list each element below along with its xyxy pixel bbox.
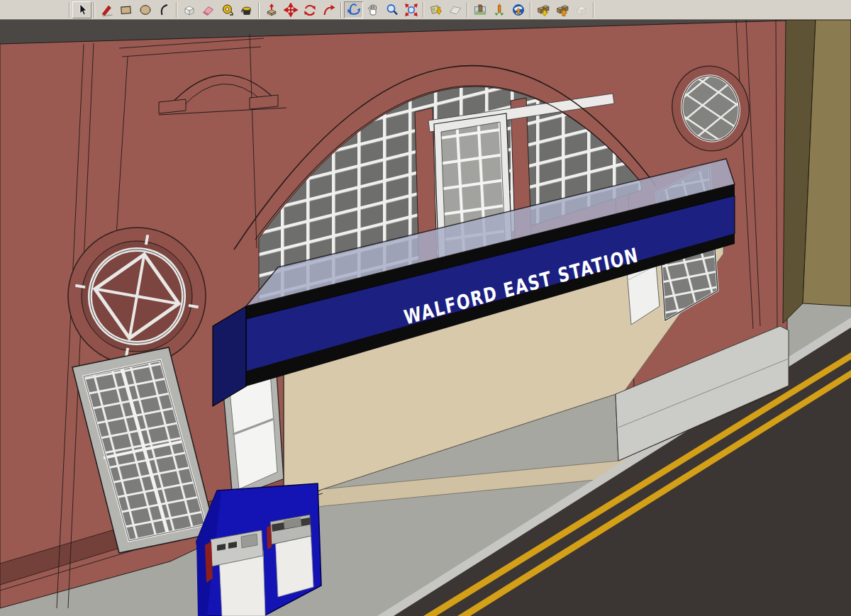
- component-box-icon: [182, 3, 196, 17]
- rectangle-icon: [119, 3, 133, 17]
- toolbar-empty-area: [0, 0, 67, 19]
- boxes-upload-icon: [555, 3, 569, 17]
- line-tool-button[interactable]: [97, 1, 116, 18]
- get-current-view-button[interactable]: [426, 1, 445, 18]
- toggle-terrain-button[interactable]: [445, 1, 465, 18]
- toolbar-separator: [467, 2, 468, 18]
- select-tool-button[interactable]: [72, 1, 91, 18]
- tape-measure-button[interactable]: [218, 1, 237, 18]
- get-models-button[interactable]: [533, 1, 552, 18]
- building-photo-icon: [473, 3, 487, 17]
- circle-tool-button[interactable]: [135, 1, 155, 18]
- toolbar-separator: [423, 2, 424, 18]
- toolbar-separator: [340, 2, 342, 18]
- pencil-icon: [100, 3, 114, 17]
- rotate-arrows-icon: [303, 3, 317, 17]
- orbit-icon: [347, 3, 361, 17]
- boxes-download-icon: [536, 3, 550, 17]
- move-arrows-icon: [284, 3, 298, 17]
- toolbar-separator: [94, 2, 95, 18]
- pale-box-icon: [574, 3, 589, 17]
- paint-bucket-icon: [240, 3, 254, 17]
- toolbar: [0, 0, 851, 20]
- zoom-extents-button[interactable]: [401, 1, 421, 18]
- select-icon: [75, 3, 89, 17]
- toolbar-separator: [176, 2, 177, 18]
- eraser-icon: [201, 3, 216, 17]
- zoom-tool-button[interactable]: [382, 1, 401, 18]
- preview-in-google-earth-button[interactable]: [508, 1, 528, 18]
- circle-icon: [138, 3, 152, 17]
- eraser-tool-button[interactable]: [199, 1, 218, 18]
- crayon-icon: [492, 3, 506, 17]
- arc-tool-button[interactable]: [155, 1, 174, 18]
- toolbar-separator: [258, 2, 260, 18]
- follow-me-icon: [322, 3, 336, 17]
- pan-tool-button[interactable]: [363, 1, 382, 18]
- toolbar-grip: [69, 2, 70, 18]
- toolbar-separator: [593, 2, 594, 18]
- rectangle-tool-button[interactable]: [116, 1, 135, 18]
- side-building: [783, 20, 851, 323]
- arc-icon: [157, 3, 172, 17]
- move-tool-button[interactable]: [281, 1, 300, 18]
- push-pull-icon: [265, 3, 279, 17]
- make-component-button[interactable]: [179, 1, 199, 18]
- tape-measure-icon: [221, 3, 235, 17]
- push-pull-button[interactable]: [262, 1, 281, 18]
- magnifier-extents-icon: [404, 3, 418, 17]
- get-photo-texture-button[interactable]: [489, 1, 508, 18]
- share-model-button[interactable]: [552, 1, 572, 18]
- map-download-icon: [429, 3, 443, 17]
- kiosk-red-stripe: [267, 525, 272, 549]
- follow-me-button[interactable]: [319, 1, 338, 18]
- viewport-3d[interactable]: WALFORD EAST STATION: [0, 20, 851, 616]
- terrain-sheet-icon: [448, 3, 462, 17]
- magnifier-icon: [385, 3, 399, 17]
- globe-upload-icon: [511, 3, 525, 17]
- toolbar-separator: [530, 2, 531, 18]
- rotate-tool-button[interactable]: [300, 1, 319, 18]
- paint-bucket-button[interactable]: [237, 1, 256, 18]
- place-model-button[interactable]: [470, 1, 489, 18]
- hand-icon: [366, 3, 380, 17]
- orbit-tool-button[interactable]: [344, 1, 363, 18]
- share-component-button[interactable]: [572, 1, 591, 18]
